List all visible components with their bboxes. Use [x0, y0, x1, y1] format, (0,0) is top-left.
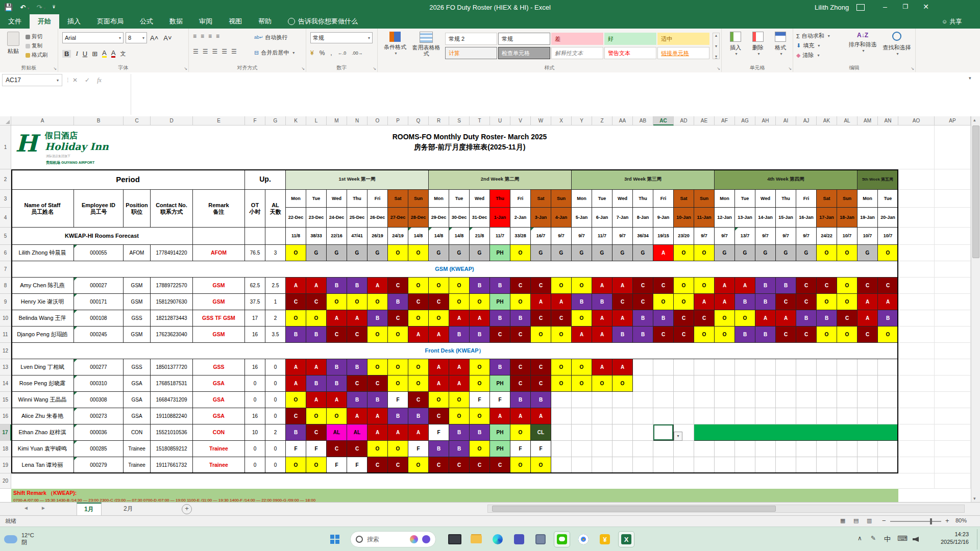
- column-header-AD[interactable]: AD: [674, 116, 694, 126]
- column-header-AL[interactable]: AL: [837, 116, 857, 126]
- empty-shift-cell[interactable]: [715, 441, 735, 457]
- empty-shift-cell[interactable]: [551, 408, 572, 424]
- shift-cell[interactable]: G: [612, 245, 633, 261]
- tray-pen-icon[interactable]: ✎: [871, 535, 876, 542]
- shift-cell[interactable]: G: [755, 245, 776, 261]
- staff-id[interactable]: 000279: [74, 457, 124, 473]
- clock-widget[interactable]: 14:232025/12/16: [925, 531, 969, 548]
- forecast-cell[interactable]: 21/8: [470, 228, 490, 245]
- column-header-AJ[interactable]: AJ: [796, 116, 817, 126]
- horizontal-scrollbar[interactable]: [487, 505, 965, 513]
- empty-shift-cell[interactable]: [735, 375, 755, 392]
- shift-cell[interactable]: C: [347, 327, 368, 343]
- shift-cell[interactable]: O: [347, 294, 368, 310]
- staff-al[interactable]: 0: [265, 359, 286, 375]
- decrease-indent-icon[interactable]: ☰: [222, 48, 227, 57]
- empty-shift-cell[interactable]: [612, 392, 633, 408]
- staff-ot[interactable]: 62.5: [245, 278, 265, 294]
- editing-自动求和-button[interactable]: Σ自动求和▾: [796, 32, 843, 40]
- shift-cell[interactable]: F: [306, 441, 327, 457]
- staff-id[interactable]: 000273: [74, 408, 124, 424]
- shift-cell[interactable]: PH: [490, 375, 510, 392]
- column-header-M[interactable]: M: [327, 116, 347, 126]
- row-header-11[interactable]: 11: [0, 327, 11, 343]
- column-header-O[interactable]: O: [368, 116, 388, 126]
- forecast-cell[interactable]: 14/8: [408, 228, 429, 245]
- shift-cell[interactable]: O: [674, 245, 694, 261]
- clipboard-item-0[interactable]: 剪切: [26, 33, 57, 41]
- font-color-icon[interactable]: A: [111, 49, 116, 58]
- shift-cell[interactable]: A: [715, 294, 735, 310]
- row-header-6[interactable]: 6: [0, 245, 11, 261]
- shift-cell[interactable]: C: [347, 441, 368, 457]
- shift-cell[interactable]: C: [306, 294, 327, 310]
- staff-name[interactable]: Amy Chen 陈孔燕: [11, 278, 74, 294]
- empty-shift-cell[interactable]: [755, 392, 776, 408]
- shift-cell[interactable]: A: [306, 278, 327, 294]
- confirm-entry-icon[interactable]: ✓: [85, 77, 90, 84]
- shift-cell[interactable]: B: [470, 424, 490, 441]
- scroll-up-icon[interactable]: ▴: [973, 117, 976, 122]
- undo-icon[interactable]: ↶▾: [20, 4, 29, 11]
- empty-shift-cell[interactable]: [857, 359, 878, 375]
- empty-shift-cell[interactable]: [837, 392, 857, 408]
- view-normal-icon[interactable]: ▦: [840, 517, 845, 524]
- forecast-cell[interactable]: 36/34: [633, 228, 653, 245]
- shift-cell[interactable]: B: [388, 294, 408, 310]
- shift-cell[interactable]: C: [510, 359, 531, 375]
- staff-al[interactable]: 0: [265, 408, 286, 424]
- shift-cell[interactable]: O: [531, 327, 551, 343]
- sheet-nav-left-icon[interactable]: ◄: [23, 505, 29, 511]
- empty-shift-cell[interactable]: [817, 441, 837, 457]
- ribbon-tab-页面布局[interactable]: 页面布局: [89, 14, 132, 29]
- shift-cell[interactable]: C: [857, 278, 878, 294]
- shift-cell[interactable]: G: [449, 245, 470, 261]
- formula-input[interactable]: [131, 74, 965, 115]
- forecast-cell[interactable]: 38/33: [306, 228, 327, 245]
- dialog-launcher-icon[interactable]: ↘: [788, 66, 792, 71]
- shift-cell[interactable]: A: [735, 278, 755, 294]
- shift-cell[interactable]: A: [592, 278, 612, 294]
- forecast-cell[interactable]: 13/7: [735, 228, 755, 245]
- staff-position[interactable]: GSA: [124, 375, 151, 392]
- shift-cell[interactable]: C: [429, 294, 449, 310]
- shift-cell[interactable]: O: [674, 294, 694, 310]
- shift-cell[interactable]: C: [653, 327, 674, 343]
- merge-center-button[interactable]: ⊟合并后居中▾: [254, 48, 305, 57]
- shift-cell[interactable]: O: [327, 408, 347, 424]
- shift-cell[interactable]: A: [612, 278, 633, 294]
- shift-cell[interactable]: G: [327, 245, 347, 261]
- zoom-slider[interactable]: [890, 521, 941, 522]
- tell-me-box[interactable]: 告诉我你想要做什么: [280, 14, 366, 29]
- staff-name[interactable]: Lven Ding 丁相斌: [11, 359, 74, 375]
- empty-shift-cell[interactable]: [755, 441, 776, 457]
- save-icon[interactable]: 💾: [4, 3, 13, 11]
- shift-cell[interactable]: C: [694, 310, 715, 327]
- staff-contact[interactable]: 17623623040: [151, 327, 193, 343]
- empty-shift-cell[interactable]: [755, 375, 776, 392]
- shift-cell[interactable]: O: [694, 327, 715, 343]
- shift-cell[interactable]: O: [470, 441, 490, 457]
- empty-shift-cell[interactable]: [653, 392, 674, 408]
- number-format-select[interactable]: 常规▾: [310, 32, 373, 43]
- namebox-splitter[interactable]: ⋮: [65, 74, 69, 86]
- shift-cell[interactable]: A: [592, 359, 612, 375]
- cell-style-差[interactable]: 差: [551, 33, 603, 45]
- empty-shift-cell[interactable]: [878, 359, 898, 375]
- empty-shift-cell[interactable]: [796, 408, 817, 424]
- sheet-tab-1月[interactable]: 1月: [77, 503, 102, 515]
- column-header-AA[interactable]: AA: [612, 116, 633, 126]
- shift-cell[interactable]: A: [878, 294, 898, 310]
- ribbon-tab-开始[interactable]: 开始: [30, 14, 59, 29]
- shift-cell[interactable]: C: [857, 327, 878, 343]
- forecast-cell[interactable]: 11/8: [286, 228, 306, 245]
- shift-cell[interactable]: O: [715, 310, 735, 327]
- shift-cell[interactable]: B: [490, 278, 510, 294]
- shift-cell[interactable]: B: [510, 310, 531, 327]
- horizontal-scroll-thumb[interactable]: [492, 506, 776, 512]
- shift-cell[interactable]: O: [286, 245, 306, 261]
- staff-position[interactable]: AFOM: [124, 245, 151, 261]
- shift-cell[interactable]: O: [817, 245, 837, 261]
- shift-cell[interactable]: O: [694, 278, 715, 294]
- clipboard-item-1[interactable]: 复制: [26, 42, 57, 50]
